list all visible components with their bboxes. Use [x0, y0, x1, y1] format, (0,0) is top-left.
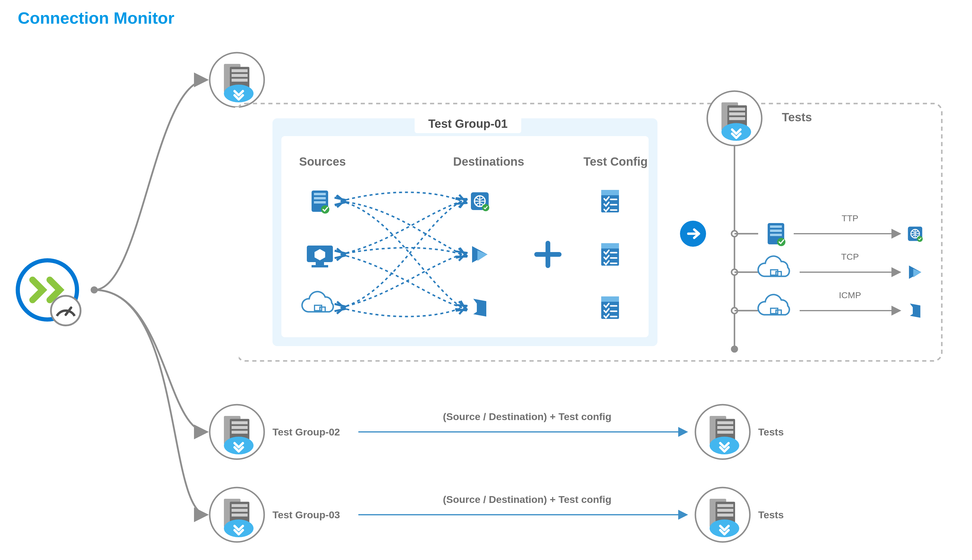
tests-dest-office-icon	[910, 303, 920, 318]
test-config-doc-1	[601, 190, 619, 212]
branch-to-group3	[94, 290, 207, 515]
sources-label: Sources	[299, 155, 346, 168]
protocol-ttp-label: TTP	[842, 213, 858, 223]
destinations-label: Destinations	[453, 155, 524, 168]
group3-tests-label: Tests	[758, 509, 784, 520]
group2-title: Test Group-02	[273, 426, 340, 438]
tests-tree	[731, 145, 758, 353]
tests-dest-dynamics-icon	[909, 266, 921, 279]
tests-src-server-icon	[768, 223, 785, 246]
page-title: Connection Monitor	[18, 8, 174, 27]
group3-title: Test Group-03	[273, 509, 340, 520]
destination-globe-icon	[471, 192, 489, 211]
connection-monitor-icon	[18, 260, 80, 325]
group3-note: (Source / Destination) + Test config	[443, 494, 612, 505]
group1-title: Test Group-01	[428, 117, 508, 130]
tests-label-1: Tests	[782, 111, 812, 124]
test-config-doc-3	[601, 297, 619, 319]
tests-src-cloud2-icon	[758, 295, 789, 315]
svg-point-35	[731, 345, 738, 353]
test-config-doc-2	[601, 243, 619, 266]
group1-node-icon	[210, 53, 264, 107]
group2-tests-label: Tests	[758, 426, 784, 438]
tests-src-cloud1-icon	[758, 256, 789, 276]
group3-tests-node-icon	[695, 488, 750, 542]
tests-node-icon	[707, 91, 762, 145]
arrow-to-tests-icon	[680, 221, 706, 247]
branch-to-group2	[94, 290, 207, 432]
group2-node-icon	[210, 405, 264, 459]
protocol-icmp-label: ICMP	[839, 290, 861, 300]
group2-tests-node-icon	[695, 405, 750, 459]
source-server-icon	[311, 190, 330, 213]
branch-to-group1	[94, 80, 207, 290]
protocol-tcp-label: TCP	[841, 252, 859, 262]
group3-node-icon	[210, 488, 264, 542]
test-config-label: Test Config	[584, 155, 648, 168]
group2-note: (Source / Destination) + Test config	[443, 411, 612, 422]
